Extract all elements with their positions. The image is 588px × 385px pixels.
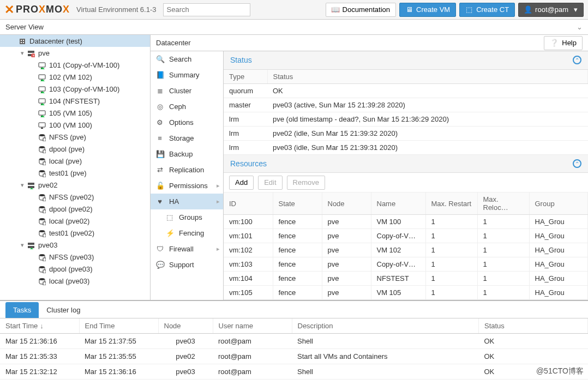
create-vm-button[interactable]: 🖥Create VM bbox=[399, 3, 456, 17]
col-user[interactable]: User name bbox=[213, 318, 292, 334]
create-ct-button[interactable]: ⬚Create CT bbox=[459, 3, 515, 17]
monitor-on-icon bbox=[37, 109, 47, 117]
tree-item[interactable]: 102 (VM 102) bbox=[0, 71, 150, 83]
sidemenu-item-ha[interactable]: ♥HA▸ bbox=[151, 194, 223, 209]
tab-tasks[interactable]: Tasks bbox=[5, 302, 39, 318]
tab-cluster-log[interactable]: Cluster log bbox=[39, 302, 88, 318]
sidemenu-item-permissions[interactable]: 🔓Permissions▸ bbox=[151, 178, 223, 194]
sidemenu-item-backup[interactable]: 💾Backup bbox=[151, 146, 223, 162]
documentation-button[interactable]: 📖Documentation bbox=[326, 3, 396, 17]
sidemenu-item-search[interactable]: 🔍Search bbox=[151, 51, 223, 67]
col-name[interactable]: Name bbox=[371, 192, 425, 215]
tree-item[interactable]: dpool (pve) bbox=[0, 143, 150, 155]
tree-item[interactable]: local (pve02) bbox=[0, 215, 150, 227]
resource-row[interactable]: vm:101fencepveCopy-of-V…11HA_Grou bbox=[224, 229, 588, 243]
tree-item-label: dpool (pve02) bbox=[49, 205, 93, 213]
svg-rect-22 bbox=[43, 138, 46, 141]
svg-rect-5 bbox=[28, 51, 34, 53]
collapse-icon[interactable]: ⌃ bbox=[573, 159, 581, 168]
resource-row[interactable]: vm:104fencepveNFSTEST11HA_Grou bbox=[224, 272, 588, 286]
resource-row[interactable]: vm:102fencepveVM 10211HA_Grou bbox=[224, 243, 588, 257]
monitor-on-icon bbox=[37, 61, 47, 69]
tree-item[interactable]: test01 (pve) bbox=[0, 167, 150, 179]
svg-point-35 bbox=[39, 218, 45, 220]
svg-text:✕: ✕ bbox=[32, 54, 35, 57]
sidemenu-item-firewall[interactable]: 🛡Firewall▸ bbox=[151, 241, 223, 257]
col-maxrestart[interactable]: Max. Restart bbox=[425, 192, 477, 215]
col-node[interactable]: Node bbox=[322, 192, 371, 215]
col-node[interactable]: Node bbox=[158, 318, 213, 334]
edit-button[interactable]: Edit bbox=[258, 176, 282, 190]
status-row[interactable]: masterpve03 (active, Sun Mar 15 21:39:28… bbox=[224, 98, 588, 112]
tree-item[interactable]: test01 (pve02) bbox=[0, 227, 150, 239]
status-row[interactable]: lrmpve02 (idle, Sun Mar 15 21:39:32 2020… bbox=[224, 126, 588, 140]
col-start-time[interactable]: Start Time↓ bbox=[0, 318, 79, 334]
menu-icon: ≡ bbox=[156, 134, 164, 142]
col-maxreloc[interactable]: Max. Reloc… bbox=[477, 192, 529, 215]
monitor-on-icon bbox=[37, 97, 47, 105]
sidemenu-item-options[interactable]: ⚙Options bbox=[151, 115, 223, 130]
tree-item[interactable]: 104 (NFSTEST) bbox=[0, 95, 150, 107]
tree-item[interactable]: ▾pve03 bbox=[0, 239, 150, 251]
sidemenu-item-replication[interactable]: ⇄Replication bbox=[151, 162, 223, 178]
sidemenu-item-support[interactable]: 💬Support bbox=[151, 257, 223, 273]
tree-item[interactable]: 103 (Copy-of-VM-100) bbox=[0, 83, 150, 95]
tree-item[interactable]: NFSS (pve) bbox=[0, 131, 150, 143]
tree-item[interactable]: 101 (Copy-of-VM-100) bbox=[0, 59, 150, 71]
resources-panel-header[interactable]: Resources ⌃ bbox=[224, 155, 588, 173]
task-row[interactable]: Mar 15 21:35:33Mar 15 21:35:55pve02root@… bbox=[0, 349, 588, 364]
db-icon bbox=[37, 252, 47, 261]
resource-row[interactable]: vm:105fencepveVM 10511HA_Grou bbox=[224, 286, 588, 300]
sidemenu-label: Firewall bbox=[169, 245, 194, 253]
col-end-time[interactable]: End Time bbox=[79, 318, 158, 334]
help-button[interactable]: ❔ Help bbox=[544, 36, 583, 50]
task-row[interactable]: Mar 15 21:36:16Mar 15 21:37:55pve03root@… bbox=[0, 334, 588, 349]
remove-button[interactable]: Remove bbox=[287, 176, 325, 190]
tree-item[interactable]: NFSS (pve03) bbox=[0, 251, 150, 263]
svg-point-31 bbox=[39, 194, 45, 196]
add-button[interactable]: Add bbox=[229, 176, 254, 190]
tree-item[interactable]: 100 (VM 100) bbox=[0, 119, 150, 131]
col-id[interactable]: ID bbox=[224, 192, 273, 215]
tree-item[interactable]: local (pve03) bbox=[0, 275, 150, 287]
col-status[interactable]: Status bbox=[267, 70, 588, 84]
server-view-selector[interactable]: Server View ⌄ bbox=[0, 20, 588, 35]
sidemenu-item-groups[interactable]: ⬚Groups bbox=[151, 209, 223, 225]
tree-item[interactable]: dpool (pve02) bbox=[0, 203, 150, 215]
tree-item[interactable]: NFSS (pve02) bbox=[0, 191, 150, 203]
col-state[interactable]: State bbox=[273, 192, 322, 215]
status-row[interactable]: lrmpve03 (idle, Sun Mar 15 21:39:31 2020… bbox=[224, 140, 588, 154]
user-menu-button[interactable]: 👤root@pam▾ bbox=[518, 3, 584, 17]
status-panel-header[interactable]: Status ⌃ bbox=[224, 51, 588, 70]
tree-item[interactable]: 105 (VM 105) bbox=[0, 107, 150, 119]
sidemenu-item-ceph[interactable]: ◎Ceph bbox=[151, 99, 223, 115]
sidemenu-item-cluster[interactable]: ≣Cluster bbox=[151, 83, 223, 99]
status-row[interactable]: quorumOK bbox=[224, 83, 588, 98]
tree-item[interactable]: dpool (pve03) bbox=[0, 263, 150, 275]
status-row[interactable]: lrmpve (old timestamp - dead?, Sun Mar 1… bbox=[224, 112, 588, 126]
tree-item-label: NFSS (pve03) bbox=[49, 253, 94, 261]
collapse-icon[interactable]: ⌃ bbox=[573, 56, 581, 64]
sidemenu-item-summary[interactable]: 📘Summary bbox=[151, 67, 223, 83]
sidemenu-item-storage[interactable]: ≡Storage bbox=[151, 130, 223, 146]
tree-item[interactable]: local (pve) bbox=[0, 155, 150, 167]
col-group[interactable]: Group bbox=[529, 192, 588, 215]
tree-item[interactable]: ▾✕pve bbox=[0, 47, 150, 59]
user-icon: 👤 bbox=[524, 6, 532, 14]
resource-row[interactable]: vm:100fencepveVM 10011HA_Grou bbox=[224, 215, 588, 229]
menu-icon: 🛡 bbox=[156, 245, 164, 253]
search-input[interactable] bbox=[163, 3, 250, 16]
resource-row[interactable]: vm:103fencepveCopy-of-V…11HA_Grou bbox=[224, 257, 588, 272]
svg-point-45 bbox=[39, 278, 45, 280]
tree-item[interactable]: Datacenter (test) bbox=[0, 35, 150, 47]
svg-rect-2 bbox=[23, 40, 24, 41]
sidemenu-label: Options bbox=[169, 118, 194, 127]
col-status[interactable]: Status bbox=[479, 318, 588, 334]
svg-point-23 bbox=[39, 146, 45, 148]
col-type[interactable]: Type bbox=[224, 70, 267, 84]
task-row[interactable]: Mar 15 21:32:12Mar 15 21:36:16pve03root@… bbox=[0, 364, 588, 380]
sidemenu-item-fencing[interactable]: ⚡Fencing bbox=[151, 225, 223, 241]
tree-item[interactable]: ▾pve02 bbox=[0, 179, 150, 191]
col-description[interactable]: Description bbox=[292, 318, 479, 334]
resource-tree: Datacenter (test)▾✕pve101 (Copy-of-VM-10… bbox=[0, 35, 151, 300]
